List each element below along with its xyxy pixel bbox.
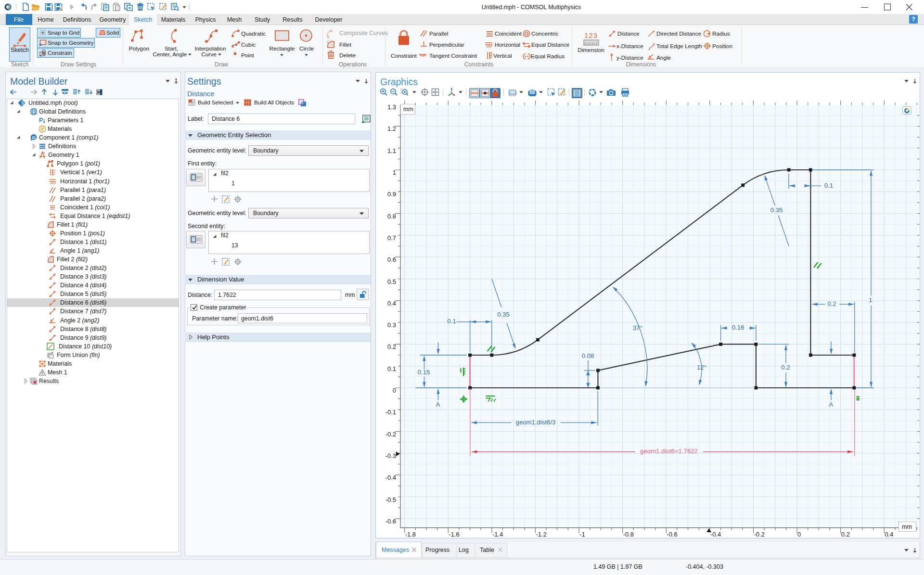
svg-text:Ω: Ω — [32, 135, 36, 140]
svg-text:*: * — [51, 351, 53, 356]
svg-text:P: P — [39, 117, 43, 124]
